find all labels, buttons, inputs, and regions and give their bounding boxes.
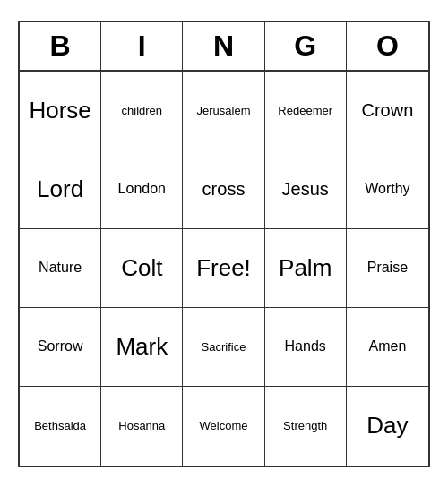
bingo-cell: Welcome	[183, 387, 264, 466]
header-letter: B	[20, 22, 101, 70]
cell-text: Lord	[37, 175, 83, 203]
bingo-grid: HorsechildrenJerusalemRedeemerCrownLordL…	[20, 72, 428, 466]
cell-text: Sorrow	[38, 338, 83, 355]
cell-text: Strength	[283, 419, 327, 432]
cell-text: Nature	[39, 260, 82, 276]
bingo-cell: Strength	[265, 387, 347, 466]
cell-text: Day	[366, 412, 408, 440]
bingo-card: BINGO HorsechildrenJerusalemRedeemerCrow…	[18, 21, 430, 467]
bingo-cell: Hosanna	[101, 387, 183, 466]
header-letter: O	[347, 22, 428, 70]
cell-text: Amen	[368, 338, 406, 355]
cell-text: Free!	[196, 254, 251, 282]
bingo-cell: Day	[347, 387, 428, 466]
cell-text: Worthy	[365, 181, 409, 197]
cell-text: Hosanna	[118, 419, 165, 432]
bingo-header: BINGO	[20, 22, 428, 72]
cell-text: London	[118, 181, 166, 197]
bingo-cell: Mark	[101, 308, 183, 387]
bingo-cell: Amen	[347, 308, 428, 387]
bingo-cell: Lord	[20, 150, 101, 229]
bingo-cell: Sacrifice	[183, 308, 264, 387]
bingo-cell: Jerusalem	[183, 72, 264, 150]
bingo-cell: Crown	[347, 72, 428, 150]
bingo-cell: Hands	[265, 308, 347, 387]
bingo-cell: children	[101, 72, 183, 150]
bingo-cell: Bethsaida	[20, 387, 101, 466]
header-letter: I	[101, 22, 183, 70]
cell-text: Jesus	[282, 179, 329, 200]
cell-text: Horse	[29, 97, 90, 124]
cell-text: Jerusalem	[197, 104, 251, 117]
bingo-cell: Palm	[265, 229, 347, 308]
cell-text: Welcome	[200, 419, 248, 432]
bingo-cell: Praise	[347, 229, 428, 308]
bingo-cell: London	[101, 150, 183, 229]
bingo-cell: Sorrow	[20, 308, 101, 387]
cell-text: children	[122, 104, 163, 117]
cell-text: Sacrifice	[202, 340, 246, 354]
cell-text: Colt	[121, 254, 162, 282]
bingo-cell: Jesus	[265, 150, 347, 229]
header-letter: G	[265, 22, 347, 70]
cell-text: Praise	[367, 260, 408, 276]
bingo-cell: cross	[183, 150, 264, 229]
cell-text: Crown	[361, 100, 413, 121]
cell-text: cross	[202, 179, 246, 200]
header-letter: N	[183, 22, 264, 70]
bingo-cell: Horse	[20, 72, 101, 150]
cell-text: Redeemer	[278, 104, 332, 117]
bingo-cell: Redeemer	[265, 72, 347, 150]
bingo-cell: Worthy	[347, 150, 428, 229]
bingo-cell: Nature	[20, 229, 101, 308]
bingo-cell: Colt	[101, 229, 183, 308]
cell-text: Hands	[285, 338, 326, 355]
cell-text: Palm	[279, 254, 332, 282]
bingo-cell: Free!	[183, 229, 264, 308]
cell-text: Bethsaida	[34, 419, 86, 432]
cell-text: Mark	[116, 333, 168, 361]
